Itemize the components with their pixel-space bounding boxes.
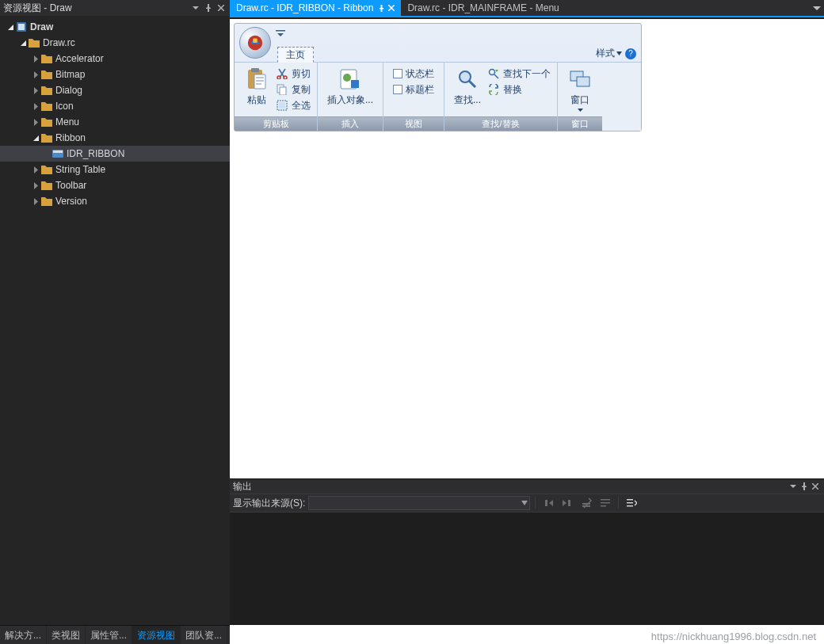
svg-rect-10 — [256, 77, 264, 78]
ribbon-tab-bar: 主页 样式 ? — [235, 24, 641, 62]
close-icon[interactable] — [810, 481, 821, 492]
goto-next-icon[interactable] — [559, 496, 575, 510]
folder-icon — [41, 165, 52, 174]
folder-icon — [41, 117, 52, 127]
tree-folder-toolbar[interactable]: Toolbar — [0, 177, 230, 193]
resource-view-panel: 资源视图 - Draw Draw Draw.rc Accelerator Bit… — [0, 0, 230, 644]
output-text-area[interactable] — [230, 513, 824, 625]
group-clipboard: 粘贴 剪切 复制 全选 剪贴板 — [235, 63, 318, 131]
checkbox-icon[interactable] — [393, 85, 402, 94]
goto-code-icon[interactable] — [624, 496, 639, 510]
svg-rect-29 — [601, 502, 610, 504]
replace-icon — [487, 83, 500, 96]
statusbar-checkbox[interactable]: 状态栏 — [391, 67, 436, 81]
svg-rect-6 — [276, 30, 285, 32]
group-view: 状态栏 标题栏 视图 — [383, 63, 444, 131]
folder-icon — [29, 38, 40, 48]
chevron-right-icon[interactable] — [32, 166, 40, 173]
sidebar-header: 资源视图 - Draw — [0, 0, 230, 16]
folder-icon — [41, 133, 52, 143]
svg-point-13 — [277, 76, 280, 79]
chevron-right-icon[interactable] — [32, 86, 40, 94]
sidebar-title: 资源视图 - Draw — [3, 2, 190, 15]
application-button[interactable] — [239, 27, 271, 59]
tree-folder-accelerator[interactable]: Accelerator — [0, 51, 230, 67]
clear-icon[interactable] — [578, 496, 594, 510]
tree-folder-bitmap[interactable]: Bitmap — [0, 67, 230, 82]
titlebar-checkbox[interactable]: 标题栏 — [391, 82, 436, 97]
group-label: 窗口 — [558, 116, 602, 131]
selectall-button[interactable]: 全选 — [274, 98, 312, 112]
find-button[interactable]: 查找... — [449, 65, 486, 116]
tab-resource-view[interactable]: 资源视图 — [132, 626, 181, 644]
sidebar-bottom-tabs: 解决方... 类视图 属性管... 资源视图 团队资... — [0, 625, 230, 644]
separator — [618, 497, 619, 509]
tab-team-explorer[interactable]: 团队资... — [181, 626, 227, 644]
svg-rect-28 — [601, 499, 610, 501]
group-label: 查找/替换 — [444, 116, 557, 131]
doc-tab-menu[interactable]: Draw.rc - IDR_MAINFRAME - Menu — [401, 0, 565, 16]
svg-rect-11 — [256, 80, 264, 82]
document-tabs: Draw.rc - IDR_RIBBON - Ribbon Draw.rc - … — [230, 0, 824, 17]
pin-icon[interactable] — [378, 5, 385, 12]
svg-point-22 — [460, 71, 471, 82]
style-dropdown[interactable]: 样式 — [596, 47, 622, 60]
chevron-down-icon[interactable] — [32, 134, 40, 142]
close-icon[interactable] — [388, 5, 395, 11]
ribbon-tab-home[interactable]: 主页 — [277, 47, 314, 63]
group-label: 剪贴板 — [235, 116, 317, 131]
tree-folder-ribbon[interactable]: Ribbon — [0, 130, 230, 146]
chevron-right-icon[interactable] — [32, 55, 40, 63]
output-source-combo[interactable] — [308, 496, 530, 510]
chevron-down-icon[interactable] — [6, 23, 14, 31]
dropdown-icon[interactable] — [788, 481, 799, 492]
paste-icon — [244, 67, 269, 92]
tree-folder-stringtable[interactable]: String Table — [0, 162, 230, 177]
doc-tab-overflow[interactable] — [810, 0, 824, 16]
svg-rect-31 — [627, 499, 633, 501]
copy-button[interactable]: 复制 — [274, 82, 312, 97]
replace-button[interactable]: 替换 — [486, 82, 552, 97]
tab-solution-explorer[interactable]: 解决方... — [0, 626, 47, 644]
close-icon[interactable] — [216, 2, 227, 13]
tree-folder-icon[interactable]: Icon — [0, 98, 230, 114]
tree-folder-dialog[interactable]: Dialog — [0, 82, 230, 98]
folder-icon — [41, 181, 52, 190]
tree-item-idr-ribbon[interactable]: IDR_RIBBON — [0, 146, 230, 162]
help-icon[interactable]: ? — [625, 48, 636, 59]
pin-icon[interactable] — [799, 481, 810, 492]
checkbox-icon[interactable] — [393, 69, 402, 78]
output-toolbar: 显示输出来源(S): — [230, 493, 824, 513]
tree-rc[interactable]: Draw.rc — [0, 35, 230, 51]
tab-property-manager[interactable]: 属性管... — [86, 626, 132, 644]
window-button[interactable]: 窗口 — [563, 65, 597, 116]
chevron-right-icon[interactable] — [32, 70, 40, 78]
chevron-right-icon[interactable] — [32, 181, 40, 189]
cut-icon — [276, 67, 288, 80]
wordwrap-icon[interactable] — [597, 496, 613, 510]
chevron-down-icon[interactable] — [19, 39, 27, 47]
goto-prev-icon[interactable] — [540, 496, 556, 510]
folder-icon — [41, 196, 52, 206]
tab-class-view[interactable]: 类视图 — [47, 626, 86, 644]
dropdown-icon[interactable] — [190, 2, 201, 13]
chevron-right-icon[interactable] — [32, 197, 40, 205]
findnext-button[interactable]: 查找下一个 — [486, 67, 552, 81]
tree-root[interactable]: Draw — [0, 19, 230, 35]
svg-rect-33 — [627, 505, 633, 507]
tree-folder-menu[interactable]: Menu — [0, 114, 230, 130]
folder-icon — [41, 86, 52, 95]
resource-tree[interactable]: Draw Draw.rc Accelerator Bitmap Dialog I… — [0, 16, 230, 644]
chevron-right-icon[interactable] — [32, 118, 40, 126]
cut-button[interactable]: 剪切 — [274, 67, 312, 81]
insert-object-button[interactable]: 插入对象... — [322, 65, 378, 116]
svg-rect-3 — [53, 151, 63, 153]
pin-icon[interactable] — [203, 2, 214, 13]
svg-rect-16 — [280, 87, 286, 95]
findnext-icon — [487, 67, 500, 80]
tree-folder-version[interactable]: Version — [0, 193, 230, 209]
paste-button[interactable]: 粘贴 — [239, 65, 274, 116]
doc-tab-ribbon[interactable]: Draw.rc - IDR_RIBBON - Ribbon — [230, 0, 401, 16]
qat-customize-icon[interactable] — [276, 29, 287, 40]
chevron-right-icon[interactable] — [32, 102, 40, 110]
